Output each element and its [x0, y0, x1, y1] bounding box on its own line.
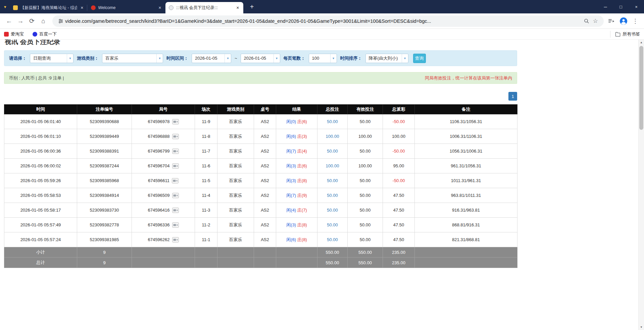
video-replay-icon[interactable]	[172, 178, 179, 183]
tab-close-icon[interactable]: ×	[80, 5, 84, 11]
filter-label-date-range: 时间区间：	[166, 55, 188, 61]
cell-time: 2026-01-05 05:59:26	[4, 173, 77, 188]
game-type-value: 百家乐	[102, 55, 156, 61]
new-tab-button[interactable]: +	[247, 2, 257, 11]
video-replay-icon[interactable]	[172, 149, 179, 154]
bookmark-star-icon[interactable]: ☆	[591, 17, 600, 25]
cell-total-bet[interactable]: 50.00	[317, 188, 348, 203]
chevron-down-icon[interactable]: ▾	[402, 54, 408, 63]
scroll-up-icon[interactable]: ▲	[639, 40, 644, 45]
reload-icon[interactable]: ⟳	[26, 15, 38, 27]
cell-total-bet[interactable]: 50.00	[317, 114, 348, 129]
banker-result: 庄(4)	[297, 149, 307, 154]
browser-tab[interactable]: 【新提醒】海燕策略论坛 - 综合…×	[10, 2, 88, 13]
browser-tab[interactable]: :::视讯 会员下注纪录:::×	[165, 2, 243, 13]
tab-title: Welcome	[98, 5, 155, 10]
video-replay-icon[interactable]	[172, 208, 179, 213]
bookmark-item[interactable]: 百度一下	[33, 31, 57, 37]
chevron-down-icon[interactable]: ▾	[274, 54, 280, 63]
page-title: 视讯 会员下注纪录	[5, 40, 638, 45]
table-summary: 小计9550.00550.00235.00总计9550.00550.00235.…	[4, 247, 517, 268]
query-type-select[interactable]: 日期查询 ▾	[30, 54, 73, 63]
cell-payout: -50.00	[383, 144, 415, 159]
all-bookmarks-label: 所有书签	[623, 31, 640, 37]
close-window-button[interactable]: ×	[629, 0, 644, 13]
tab-close-icon[interactable]: ×	[236, 5, 240, 11]
video-replay-icon[interactable]	[172, 134, 179, 139]
cell-total-bet[interactable]: 100.00	[317, 159, 348, 173]
browser-tab[interactable]: Welcome×	[88, 2, 165, 13]
url-bar[interactable]: videoie.com/game/betrecord_search/kind3?…	[52, 15, 604, 27]
search-button[interactable]: 查询	[413, 54, 426, 63]
chevron-down-icon[interactable]: ▾	[156, 54, 163, 63]
bookmark-item[interactable]: 爱淘宝	[4, 31, 24, 37]
sort-order-select[interactable]: 降幂(由大到小) ▾	[365, 54, 408, 63]
cell-table-id: AS2	[254, 203, 276, 218]
column-header: 时间	[4, 105, 77, 114]
cell-total-bet[interactable]: 50.00	[317, 203, 348, 218]
filter-label-query-type: 请选择：	[9, 55, 27, 61]
summary-payout: 235.00	[383, 258, 415, 268]
cell-session: 11-7	[195, 144, 217, 159]
cell-game-type: 百家乐	[217, 144, 254, 159]
chevron-down-icon[interactable]: ▾	[330, 54, 337, 63]
cell-session: 11-5	[195, 173, 217, 188]
cell-bet-id: 523099385968	[77, 173, 132, 188]
vertical-scrollbar[interactable]: ▲ ▼	[638, 40, 644, 330]
query-type-value: 日期查询	[30, 55, 67, 61]
banker-result: 庄(8)	[297, 222, 307, 227]
page-content: 视讯 会员下注纪录 请选择： 日期查询 ▾ 游戏类别： 百家乐 ▾ 时间区间： …	[0, 40, 638, 330]
video-replay-icon[interactable]	[172, 119, 179, 124]
player-result: 闲(7)	[286, 149, 296, 154]
summary-notice: 同局有效投注，统一计算在该局第一张注单内	[425, 75, 512, 81]
maximize-button[interactable]: □	[613, 0, 629, 13]
game-type-select[interactable]: 百家乐 ▾	[102, 54, 163, 63]
video-replay-icon[interactable]	[172, 163, 179, 169]
scroll-down-icon[interactable]: ▼	[639, 324, 644, 330]
site-info-icon[interactable]	[56, 17, 65, 25]
table-row: 2026-01-05 05:58:53523099384914674596509…	[4, 188, 517, 203]
date-start-select[interactable]: 2026-01-05 ▾	[192, 54, 231, 63]
globe-favicon	[169, 5, 174, 10]
video-replay-icon[interactable]	[172, 222, 179, 228]
cell-total-bet[interactable]: 100.00	[317, 129, 348, 144]
browser-menu-icon[interactable]: ⋮	[631, 17, 639, 25]
cell-game-type: 百家乐	[217, 114, 254, 129]
zoom-icon[interactable]	[582, 17, 591, 25]
date-end-select[interactable]: 2026-01-05 ▾	[241, 54, 280, 63]
video-replay-icon[interactable]	[172, 237, 179, 242]
cell-round-id: 674596978	[132, 114, 195, 129]
forward-icon[interactable]: →	[15, 15, 26, 27]
tab-close-icon[interactable]: ×	[158, 5, 162, 11]
cell-total-bet[interactable]: 50.00	[317, 144, 348, 159]
video-replay-icon[interactable]	[172, 193, 179, 198]
chevron-down-icon[interactable]: ▾	[225, 54, 231, 63]
cell-session: 11-9	[195, 114, 217, 129]
cell-total-bet[interactable]: 50.00	[317, 173, 348, 188]
cell-session: 11-2	[195, 218, 217, 232]
sort-order-value: 降幂(由大到小)	[366, 55, 402, 61]
pagination-page[interactable]: 1	[508, 92, 517, 101]
forum-favicon	[13, 5, 18, 10]
summary-empty-cell	[132, 258, 195, 268]
all-bookmarks[interactable]: 所有书签	[610, 31, 640, 38]
profile-avatar[interactable]	[620, 17, 627, 25]
back-icon[interactable]: ←	[3, 15, 15, 27]
home-icon[interactable]: ⌂	[38, 15, 49, 27]
cell-total-bet[interactable]: 50.00	[317, 218, 348, 232]
cell-game-type: 百家乐	[217, 203, 254, 218]
filter-label-game-type: 游戏类别：	[77, 55, 99, 61]
scrollbar-thumb[interactable]	[639, 46, 643, 130]
media-controls-icon[interactable]	[607, 17, 616, 25]
url-text[interactable]: videoie.com/game/betrecord_search/kind3?…	[65, 18, 582, 24]
table-header-row: 时间注单编号局号场次游戏类别桌号结果总投注有效投注总派彩备注	[4, 105, 517, 114]
cell-payout: 47.50	[383, 218, 415, 232]
chevron-down-icon[interactable]: ▾	[67, 54, 73, 63]
cell-bet-id: 523099389449	[77, 129, 132, 144]
cell-session: 11-8	[195, 129, 217, 144]
cell-total-bet[interactable]: 50.00	[317, 232, 348, 247]
per-page-select[interactable]: 100 ▾	[309, 54, 337, 63]
tabstrip-chevron-icon[interactable]: ▾	[4, 4, 6, 9]
minimize-button[interactable]: ─	[598, 0, 613, 13]
cell-bet-id: 523099382778	[77, 218, 132, 232]
